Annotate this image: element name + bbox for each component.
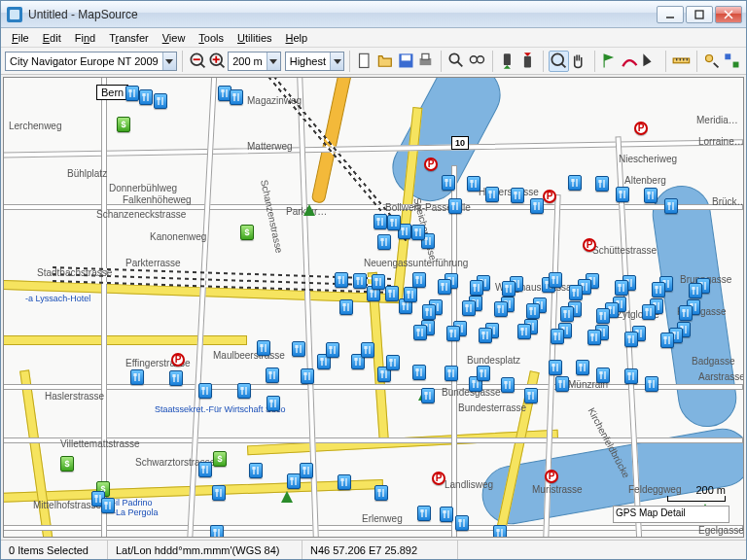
parking-icon[interactable]: P [583,238,596,252]
find-places-button[interactable] [446,51,467,72]
poi-restaurant-icon[interactable] [477,366,490,381]
poi-restaurant-icon[interactable] [198,383,212,399]
poi-restaurant-icon[interactable] [411,225,425,240]
poi-restaurant-icon[interactable] [139,89,153,105]
poi-restaurant-icon[interactable] [412,272,426,288]
poi-restaurant-icon[interactable] [549,360,562,375]
menu-find[interactable]: Find [68,30,102,46]
poi-bank-icon[interactable]: $ [60,456,74,472]
poi-restaurant-icon[interactable] [338,474,351,490]
poi-restaurant-icon[interactable] [440,507,453,522]
poi-restaurant-icon[interactable] [198,462,212,477]
poi-restaurant-icon[interactable] [555,376,569,392]
waypoint-tool-button[interactable] [599,51,620,72]
poi-restaurant-icon[interactable] [485,187,499,202]
poi-restaurant-icon[interactable] [501,377,515,393]
poi-restaurant-icon[interactable] [644,188,658,203]
poi-restaurant-icon[interactable] [445,366,458,381]
poi-restaurant-icon[interactable] [292,341,305,357]
poi-restaurant-icon[interactable] [377,234,391,250]
zoom-in-button[interactable] [207,51,228,72]
parking-icon[interactable]: P [424,158,438,171]
save-button[interactable] [396,51,416,72]
print-button[interactable] [415,51,436,72]
minimize-button[interactable] [657,6,684,23]
poi-restaurant-icon[interactable] [249,463,263,478]
quality-combo[interactable]: Highest [285,52,344,71]
menu-view[interactable]: View [156,30,193,46]
product-combo[interactable]: City Navigator Europe NT 2009 [5,52,177,71]
menu-transfer[interactable]: Transfer [102,30,156,46]
poi-restaurant-icon[interactable] [455,515,469,531]
poi-restaurant-icon[interactable] [422,304,436,320]
menu-help[interactable]: Help [279,30,315,46]
poi-restaurant-icon[interactable] [386,355,400,370]
poi-restaurant-icon[interactable] [479,328,492,343]
maptool-button[interactable] [640,51,660,72]
send-to-device-button[interactable] [497,51,517,72]
map-viewport[interactable]: Bern 10 Lerchenweg Magazinweg Meridia… L… [3,77,744,538]
poi-restaurant-icon[interactable] [689,283,702,298]
new-button[interactable] [355,51,375,72]
poi-restaurant-icon[interactable] [511,188,524,203]
poi-bank-icon[interactable]: $ [213,451,227,467]
poi-restaurant-icon[interactable] [569,285,583,300]
poi-restaurant-icon[interactable] [494,301,508,317]
parking-icon[interactable]: P [634,122,648,135]
poi-restaurant-icon[interactable] [130,369,144,385]
selection-tool-button[interactable] [549,51,569,72]
poi-restaurant-icon[interactable] [568,175,582,191]
poi-restaurant-icon[interactable] [549,272,562,288]
menu-edit[interactable]: Edit [36,30,68,46]
poi-restaurant-icon[interactable] [438,279,451,295]
poi-restaurant-icon[interactable] [576,360,589,375]
poi-restaurant-icon[interactable] [530,198,544,214]
poi-restaurant-icon[interactable] [664,198,678,214]
poi-restaurant-icon[interactable] [595,176,609,192]
poi-restaurant-icon[interactable] [642,304,656,320]
show-gps-button[interactable] [701,51,722,72]
poi-restaurant-icon[interactable] [257,340,270,356]
poi-restaurant-icon[interactable] [596,308,610,324]
poi-restaurant-icon[interactable] [517,324,531,339]
poi-restaurant-icon[interactable] [404,287,417,302]
hand-tool-button[interactable] [569,51,589,72]
poi-restaurant-icon[interactable] [493,525,507,538]
poi-restaurant-icon[interactable] [526,303,540,319]
route-tool-button[interactable] [620,51,640,72]
poi-restaurant-icon[interactable] [301,368,314,384]
detail-slider[interactable]: GPS Map Detail [613,506,729,523]
poi-restaurant-icon[interactable] [587,330,601,345]
poi-restaurant-icon[interactable] [417,506,431,521]
poi-restaurant-icon[interactable] [524,388,538,403]
parking-icon[interactable]: P [432,472,445,485]
poi-restaurant-icon[interactable] [624,368,638,384]
poi-restaurant-icon[interactable] [101,498,115,513]
poi-restaurant-icon[interactable] [462,300,476,316]
poi-restaurant-icon[interactable] [212,485,226,501]
poi-restaurant-icon[interactable] [645,376,658,392]
poi-bank-icon[interactable]: $ [240,225,254,240]
open-button[interactable] [375,51,396,72]
poi-restaurant-icon[interactable] [412,365,426,380]
titlebar[interactable]: Untitled - MapSource [1,1,746,28]
parking-icon[interactable]: P [545,470,558,483]
poi-restaurant-icon[interactable] [385,286,399,301]
maximize-button[interactable] [686,6,713,23]
poi-restaurant-icon[interactable] [154,93,167,109]
poi-restaurant-icon[interactable] [361,342,374,358]
zoom-out-button[interactable] [188,51,208,72]
poi-restaurant-icon[interactable] [446,326,460,341]
poi-restaurant-icon[interactable] [374,485,388,501]
poi-restaurant-icon[interactable] [421,388,435,403]
poi-restaurant-icon[interactable] [300,463,313,478]
poi-restaurant-icon[interactable] [616,187,629,202]
poi-restaurant-icon[interactable] [266,368,279,383]
poi-restaurant-icon[interactable] [448,198,462,214]
poi-restaurant-icon[interactable] [372,274,385,290]
menu-file[interactable]: File [5,30,36,46]
poi-restaurant-icon[interactable] [267,396,280,411]
poi-restaurant-icon[interactable] [287,473,301,489]
parking-icon[interactable]: P [171,353,185,367]
poi-restaurant-icon[interactable] [596,368,610,383]
